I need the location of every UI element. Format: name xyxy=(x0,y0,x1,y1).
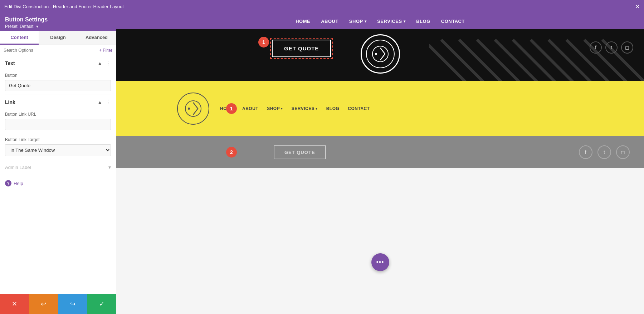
yellow-nav: HOME ABOUT SHOP ▾ SERVICES ▾ BLOG CONTAC… xyxy=(220,106,370,111)
button-text-input[interactable] xyxy=(5,80,111,91)
admin-label-chevron-icon: ▾ xyxy=(108,164,111,170)
social-icons-dark: f t ◻ xyxy=(590,41,633,54)
svg-point-3 xyxy=(188,108,190,110)
save-button[interactable]: ✓ xyxy=(87,294,116,314)
badge-2: 2 xyxy=(226,147,237,158)
button-label: Button xyxy=(5,73,111,78)
svg-point-1 xyxy=(375,53,377,55)
title-bar: Edit Divi Construction - Header and Foot… xyxy=(0,0,644,13)
logo-yellow xyxy=(177,93,209,125)
yellow-header: 1 HOME ABOUT SHOP ▾ SERVICES ▾ BLOG CONT… xyxy=(116,81,644,136)
link-section-menu[interactable]: ⋮ xyxy=(105,99,111,105)
panel-preset: Preset: Default ▾ xyxy=(5,24,111,29)
gray-header: 2 GET QUOTE f t ◻ xyxy=(116,136,644,168)
target-select[interactable]: In The Same Window In A New Tab xyxy=(5,144,111,156)
nav-blog-yellow[interactable]: BLOG xyxy=(326,106,340,111)
panel-content: Text ▲ ⋮ Button Link ▲ ⋮ xyxy=(0,56,116,294)
badge-1-yellow: 1 xyxy=(226,103,237,114)
nav-services-yellow[interactable]: SERVICES ▾ xyxy=(292,106,318,111)
logo-svg-yellow xyxy=(184,100,202,118)
search-input[interactable] xyxy=(4,48,96,53)
panel-tabs: Content Design Advanced xyxy=(0,31,116,45)
tab-content[interactable]: Content xyxy=(0,31,39,45)
button-dashed-border: GET QUOTE xyxy=(270,38,333,59)
undo-button[interactable]: ↩ xyxy=(29,294,58,314)
panel-title: Button Settings xyxy=(5,16,111,23)
text-section-collapse[interactable]: ▲ xyxy=(97,60,102,66)
button-text-field-group: Button xyxy=(0,69,116,95)
admin-label-title: Admin Label xyxy=(5,165,31,170)
logo-dark xyxy=(361,34,400,74)
url-label: Button Link URL xyxy=(5,112,111,117)
top-nav: HOME ABOUT SHOP ▾ SERVICES ▾ BLOG CONTAC… xyxy=(116,13,644,29)
nav-services[interactable]: SERVICES ▾ xyxy=(377,19,405,24)
preview-panel: HOME ABOUT SHOP ▾ SERVICES ▾ BLOG CONTAC… xyxy=(116,13,644,314)
get-quote-button-dark[interactable]: GET QUOTE xyxy=(272,40,331,57)
floating-menu-button[interactable]: ••• xyxy=(371,253,389,271)
help-link[interactable]: Help xyxy=(14,181,23,186)
badge-1-top: 1 xyxy=(258,37,269,48)
get-quote-button-gray[interactable]: GET QUOTE xyxy=(274,145,326,159)
admin-label-section[interactable]: Admin Label ▾ xyxy=(0,160,116,174)
facebook-icon-gray[interactable]: f xyxy=(579,145,592,159)
twitter-icon-gray[interactable]: t xyxy=(597,145,611,159)
button-target-field-group: Button Link Target In The Same Window In… xyxy=(0,134,116,160)
close-icon[interactable]: ✕ xyxy=(635,3,640,10)
nav-home[interactable]: HOME xyxy=(296,19,310,24)
nav-about[interactable]: ABOUT xyxy=(321,19,338,24)
text-section-header: Text ▲ ⋮ xyxy=(0,56,116,69)
target-label: Button Link Target xyxy=(5,137,111,142)
bottom-action-bar: ✕ ↩ ↪ ✓ xyxy=(0,294,116,314)
twitter-icon-dark[interactable]: t xyxy=(605,41,618,54)
button-url-field-group: Button Link URL xyxy=(0,108,116,134)
nav-contact-yellow[interactable]: CONTACT xyxy=(348,106,370,111)
nav-about-yellow[interactable]: ABOUT xyxy=(242,106,258,111)
logo-svg xyxy=(371,45,389,63)
nav-contact[interactable]: CONTACT xyxy=(441,19,465,24)
facebook-icon-dark[interactable]: f xyxy=(590,41,602,54)
dark-header: HOME ABOUT SHOP ▾ SERVICES ▾ BLOG CONTAC… xyxy=(116,13,644,81)
link-section-title: Link xyxy=(5,99,15,105)
preview-white-area: ••• xyxy=(116,168,644,314)
logo-inner-dark xyxy=(366,40,395,68)
url-input[interactable] xyxy=(5,119,111,130)
decorative-stripes xyxy=(429,29,644,81)
help-icon: ? xyxy=(5,180,11,186)
nav-blog[interactable]: BLOG xyxy=(416,19,430,24)
nav-shop-yellow[interactable]: SHOP ▾ xyxy=(267,106,283,111)
help-section: ? Help xyxy=(0,174,116,192)
cancel-button[interactable]: ✕ xyxy=(0,294,29,314)
tab-design[interactable]: Design xyxy=(39,31,77,45)
panel-header: Button Settings Preset: Default ▾ xyxy=(0,13,116,31)
tab-advanced[interactable]: Advanced xyxy=(77,31,116,45)
search-bar: + Filter xyxy=(0,45,116,56)
title-bar-text: Edit Divi Construction - Header and Foot… xyxy=(4,4,124,9)
text-section-menu[interactable]: ⋮ xyxy=(105,60,111,66)
nav-shop[interactable]: SHOP ▾ xyxy=(349,19,366,24)
redo-button[interactable]: ↪ xyxy=(58,294,87,314)
social-icons-gray: f t ◻ xyxy=(579,145,630,159)
instagram-icon-gray[interactable]: ◻ xyxy=(616,145,630,159)
instagram-icon-dark[interactable]: ◻ xyxy=(621,41,633,54)
link-section-collapse[interactable]: ▲ xyxy=(97,99,102,105)
get-quote-button-area: GET QUOTE xyxy=(270,38,333,59)
filter-button[interactable]: + Filter xyxy=(99,48,112,53)
link-section-header: Link ▲ ⋮ xyxy=(0,95,116,108)
text-section-title: Text xyxy=(5,60,15,66)
